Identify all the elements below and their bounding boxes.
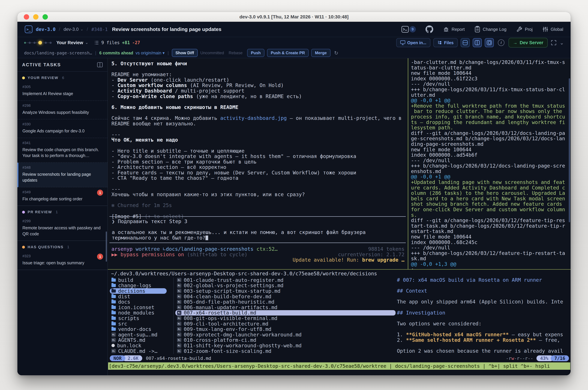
report-button[interactable]: Report [443,26,465,33]
close-button[interactable] [24,14,29,20]
dir-row-vendor-docs[interactable]: vendor-docs [110,326,172,332]
push-create-pr-button[interactable]: Push & Create PR [267,49,309,57]
file-row-001-claude-trust-auto-register.md[interactable]: M↓001-claude-trust-auto-register.md [175,277,396,283]
session-statusline: arsenyp worktree ∟docs/landing-page-scre… [111,246,405,263]
layout-split-horizontal-button[interactable] [461,38,470,47]
minimize-button[interactable] [33,14,39,20]
terminal-line: Хочешь чтобы я поправил какие-то из этих… [111,192,406,197]
layout-split-vertical-button[interactable] [473,38,482,47]
dir-row-scripts[interactable]: scripts [110,316,172,321]
file-row-004-clean-build-before-dev.md[interactable]: M↓004-clean-build-before-dev.md [175,294,396,299]
terminal-line: Что ОК, менять не надо [111,137,406,143]
dir-row-CLAUDE.md ->…[interactable]: M↓CLAUDE.md ->… [110,348,172,354]
file-row-002-global-vs-project-settings.md[interactable]: M↓002-global-vs-project-settings.md [175,283,396,289]
dir-row-build[interactable]: build [110,277,172,283]
compare-target-dropdown[interactable]: vs origin/main ▾ [136,50,165,55]
dir-row-bun.lock[interactable]: bun.lock [110,343,172,348]
task-item-330[interactable]: #330Google Ads campaign for dev-3.0 [17,119,107,138]
diff-watch-pane[interactable]: -bar-clutter.md b/change-logs/2026/03/11… [408,58,571,269]
folder-icon [111,322,116,325]
terminal-line: 5. Отсутствуют новые фичи [111,61,406,66]
file-row-009-cli-tool-architecture.md[interactable]: M↓009-cli-tool-architecture.md [175,321,396,327]
terminal-line [397,283,569,289]
diff-scrollbar[interactable] [569,78,570,222]
info-icon[interactable]: i [498,39,504,46]
rebase-button[interactable]: Rebase [229,50,243,55]
dir-row-dist[interactable]: dist [110,294,172,299]
layout-single-pane-button[interactable] [485,38,494,47]
branch-name[interactable]: docs/landing-page-screensh… [24,50,92,55]
task-list: YOUR REVIEW6#305Implement AI Review stag… [17,72,107,270]
project-dropdown[interactable]: dev-3.0⌄ [64,27,84,32]
file-row-011-shift-key-workaround-ghostty-web.md[interactable]: M↓011-shift-key-workaround-ghostty-web.m… [175,343,396,348]
terminal-line: olumn (286 tasks) to the hero carousel. … [411,191,567,196]
dir-row-change-logs[interactable]: change-logs [110,283,172,289]
open-in-button[interactable]: Open in... [396,38,430,47]
dir-row-icon.iconset[interactable]: icon.iconset [110,305,172,310]
files-button[interactable]: Files [433,38,458,47]
markdown-file-icon: M↓ [177,322,181,326]
terminal-sessions-button[interactable]: 9 [402,26,416,33]
dir-row-docs[interactable]: docs [110,299,172,305]
changed-files-summary[interactable]: 9 files +81 -27 [94,40,140,45]
terminal-line: ge-screenshots.md b/change-logs/2026/03/… [411,136,567,142]
uncommitted-button[interactable]: Uncommitted [200,50,224,55]
claude-terminal-pane[interactable]: 5. Отсутствуют новые фичиREADME не упоми… [108,58,408,269]
task-item-341[interactable]: #341Review the code changes on this bran… [17,138,107,163]
dir-row-agent-sup….md[interactable]: M↓agent-sup….md [110,332,172,338]
dir-row-AGENTS.md[interactable]: M↓AGENTS.md [110,338,172,343]
terminal-app-icon: >_ [25,25,33,33]
terminal-line: Сейчас там 4 скрина. Можно добавить acti… [111,115,406,121]
task-item-298[interactable]: #298Analyze Windows support feasibility [17,101,107,119]
file-row-003-setup-script-tmux-startup.md[interactable]: M↓003-setup-script-tmux-startup.md [175,288,396,294]
project-settings-button[interactable]: Proj [516,26,533,33]
file-manager-pane[interactable]: ~/.dev3.0/worktrees/Users-arsenyp-Deskto… [108,270,571,375]
task-item-305[interactable]: #305Implement AI Review stage [17,82,107,101]
breadcrumb-app[interactable]: dev-3.0 [36,27,55,32]
global-settings-button[interactable]: Global [542,26,563,33]
terminal-line: --- /dev/null [411,245,567,250]
github-button[interactable] [425,25,433,33]
section-count: 1 [67,245,69,249]
zoom-button[interactable] [43,14,48,20]
fullscreen-icon[interactable] [551,40,557,46]
task-item-349[interactable]: #349Fix changelog date sorting order1 [17,187,107,206]
terminal-line: ure cards. Added Activity Dashboard and … [411,185,567,191]
file-row-006-manual-updater-artifacts.md[interactable]: M↓006-manual-updater-artifacts.md [175,305,396,310]
merge-button[interactable]: Merge [311,49,330,57]
refresh-icon[interactable]: ↻ [334,50,338,56]
file-row-008-git-ops-visible-terminal.md[interactable]: M↓008-git-ops-visible-terminal.md [175,316,396,321]
show-diff-button[interactable]: Show Diff [172,49,198,57]
dir-row-decisions[interactable]: decisions [110,288,167,294]
terminal-line: new file mode 100644 [411,234,567,240]
stage-dropdown[interactable]: Your Review⌄ [56,40,88,45]
collapse-toolbar-chevron[interactable]: ⌄ [560,40,564,46]
window-title: dev-3.0 v0.9.1 [Thu, 12 Mar 2026 · W11 ·… [239,14,349,20]
terminal-line: bels card to a hero card with New Task m… [411,196,567,201]
task-item-323[interactable]: #323Issue triage: open bugs summary1 [17,251,107,270]
terminal-line: -bar-clutter.md b/change-logs/2026/03/11… [411,60,567,65]
chat-input-box[interactable]: ❯ Подправить текст Step 3 а остальное ка… [109,216,406,243]
dev-server-button[interactable]: → Dev Server [508,38,548,48]
file-row-009-tmux-lang-env-for-utf8.md[interactable]: M↓009-tmux-lang-env-for-utf8.md [175,326,396,332]
task-item-348[interactable]: #348Review screenshots for landing page … [17,163,107,187]
file-row-012-zoom-font-size-scaling.md[interactable]: M↓012-zoom-font-size-scaling.md [175,348,396,354]
task-item-299[interactable]: #299Remote browser access with passkey a… [17,216,107,241]
terminal-line: - "dev-3.0 doesn't integrate with agents… [111,154,406,159]
file-row-009-xprotect-dmg-launcher-workaround.md[interactable]: M↓009-xprotect-dmg-launcher-workaround.m… [175,332,396,338]
terminal-line [111,208,406,214]
section-status-dot [22,246,25,248]
file-row-007-x64-rosetta-build.md[interactable]: M↓007-x64-rosetta-build.md [175,310,396,316]
entry-name: 004-clean-build-before-dev.md [184,293,271,299]
change-log-button[interactable]: Change Log [474,26,506,33]
arrow-right-icon: → [513,40,517,45]
file-row-005-dnd-file-path-heuristic.md[interactable]: M↓005-dnd-file-path-heuristic.md [175,299,396,305]
push-button[interactable]: Push [247,49,264,57]
file-tree-icon [437,40,442,45]
file-row-010-cross-platform-ci.md[interactable]: M↓010-cross-platform-ci.md [175,338,396,343]
dir-row-src[interactable]: src [110,321,172,327]
board-columns-icon[interactable] [97,62,103,67]
dir-row-node_modules[interactable]: node_modules [110,310,172,316]
sidebar-scrollbar[interactable] [106,232,107,262]
entry-name: dist [118,293,130,299]
